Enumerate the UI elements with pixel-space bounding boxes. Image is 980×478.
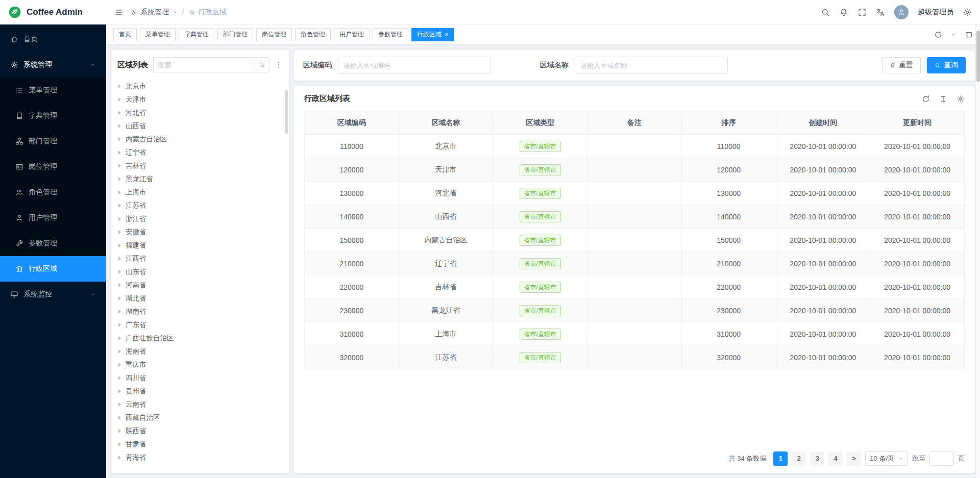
tree-item[interactable]: 黑龙江省: [111, 172, 289, 186]
table-row[interactable]: 210000辽宁省省市/直辖市2100002020-10-01 00:00:00…: [305, 252, 965, 275]
next-page-button[interactable]: >: [847, 451, 861, 466]
sidebar-item-menu[interactable]: 菜单管理: [0, 78, 106, 103]
caret-right-icon[interactable]: [118, 97, 121, 102]
current-user-name[interactable]: 超级管理员: [918, 8, 953, 17]
table-row[interactable]: 220000吉林省省市/直辖市2200002020-10-01 00:00:00…: [305, 275, 965, 299]
caret-right-icon[interactable]: [118, 257, 121, 261]
tree-item[interactable]: 辽宁省: [111, 146, 289, 159]
tree-item[interactable]: 广东省: [111, 318, 289, 332]
region-code-input[interactable]: [338, 57, 491, 74]
tab-user[interactable]: 用户管理: [334, 28, 370, 41]
refresh-icon[interactable]: [934, 31, 942, 39]
sidebar-item-region[interactable]: 行政区域: [0, 256, 106, 282]
caret-right-icon[interactable]: [118, 323, 121, 327]
table-row[interactable]: 230000黑龙江省省市/直辖市2300002020-10-01 00:00:0…: [305, 299, 965, 322]
table-row[interactable]: 130000河北省省市/直辖市1300002020-10-01 00:00:00…: [305, 182, 965, 205]
page-button[interactable]: 3: [810, 451, 824, 466]
tree-item[interactable]: 青海省: [111, 451, 289, 464]
tree-item[interactable]: 湖北省: [111, 292, 289, 305]
sidebar-group-monitor[interactable]: 系统监控: [0, 282, 106, 307]
language-icon[interactable]: [876, 8, 885, 17]
sidebar-item-post[interactable]: 岗位管理: [0, 154, 106, 180]
tab-close-icon[interactable]: ×: [445, 31, 449, 38]
caret-right-icon[interactable]: [118, 204, 121, 208]
caret-right-icon[interactable]: [118, 177, 121, 181]
caret-right-icon[interactable]: [118, 376, 121, 380]
caret-right-icon[interactable]: [118, 84, 121, 88]
tree-item[interactable]: 四川省: [111, 371, 289, 385]
caret-right-icon[interactable]: [118, 336, 121, 340]
region-name-input[interactable]: [575, 57, 728, 74]
caret-right-icon[interactable]: [118, 363, 121, 367]
tree-item[interactable]: 山东省: [111, 265, 289, 279]
caret-right-icon[interactable]: [118, 296, 121, 300]
tree-item[interactable]: 贵州省: [111, 385, 289, 398]
caret-right-icon[interactable]: [118, 164, 121, 168]
tab-menu[interactable]: 菜单管理: [140, 28, 176, 41]
tree-search-button[interactable]: [254, 58, 269, 72]
sidebar-collapse-icon[interactable]: [114, 8, 124, 17]
caret-right-icon[interactable]: [118, 416, 121, 420]
tree-item[interactable]: 上海市: [111, 186, 289, 199]
page-size-select[interactable]: 10 条/页: [865, 451, 908, 466]
tree-item[interactable]: 内蒙古自治区: [111, 133, 289, 146]
table-row[interactable]: 150000内蒙古自治区省市/直辖市1500002020-10-01 00:00…: [305, 229, 965, 252]
tree-item[interactable]: 江苏省: [111, 199, 289, 212]
tab-post[interactable]: 岗位管理: [256, 28, 292, 41]
table-row[interactable]: 110000北京市省市/直辖市1100002020-10-01 00:00:00…: [305, 135, 965, 158]
caret-right-icon[interactable]: [118, 111, 121, 115]
jump-page-input[interactable]: [929, 451, 954, 466]
sidebar-item-dept[interactable]: 部门管理: [0, 129, 106, 154]
query-button[interactable]: 查询: [927, 57, 966, 73]
layout-icon[interactable]: [965, 31, 973, 39]
tree-item[interactable]: 北京市: [111, 80, 289, 93]
chevron-down-icon[interactable]: [950, 32, 957, 38]
tree-item[interactable]: 甘肃省: [111, 438, 289, 451]
page-button[interactable]: 2: [792, 451, 806, 466]
caret-right-icon[interactable]: [118, 150, 121, 155]
tree-item[interactable]: 安徽省: [111, 225, 289, 239]
tree-item[interactable]: 重庆市: [111, 358, 289, 371]
tree-item[interactable]: 湖南省: [111, 305, 289, 318]
caret-down-icon[interactable]: [173, 10, 178, 15]
caret-right-icon[interactable]: [118, 349, 121, 354]
sidebar-item-user[interactable]: 用户管理: [0, 205, 106, 231]
tree-item[interactable]: 天津市: [111, 93, 289, 106]
density-icon[interactable]: [939, 95, 947, 103]
tree-item[interactable]: 西藏自治区: [111, 411, 289, 424]
refresh-icon[interactable]: [922, 95, 930, 103]
tab-dict[interactable]: 字典管理: [179, 28, 214, 41]
tab-region[interactable]: 行政区域×: [411, 28, 454, 41]
table-row[interactable]: 310000上海市省市/直辖市3100002020-10-01 00:00:00…: [305, 322, 965, 346]
caret-right-icon[interactable]: [118, 270, 121, 274]
settings-gear-icon[interactable]: [963, 8, 972, 17]
page-button[interactable]: 4: [828, 451, 843, 466]
sidebar-group-system[interactable]: 系统管理: [0, 52, 106, 78]
window-scrollbar-thumb[interactable]: [976, 31, 980, 82]
tree-item[interactable]: 云南省: [111, 398, 289, 411]
sidebar-item-role[interactable]: 角色管理: [0, 180, 106, 205]
reset-button[interactable]: 重置: [882, 57, 921, 73]
table-row[interactable]: 140000山西省省市/直辖市1400002020-10-01 00:00:00…: [305, 205, 965, 229]
search-icon[interactable]: [821, 8, 830, 17]
caret-right-icon[interactable]: [118, 230, 121, 234]
caret-right-icon[interactable]: [118, 137, 121, 141]
caret-right-icon[interactable]: [118, 442, 121, 446]
avatar[interactable]: [894, 5, 909, 19]
fullscreen-icon[interactable]: [857, 8, 867, 17]
tree-item[interactable]: 广西壮族自治区: [111, 332, 289, 345]
table-row[interactable]: 120000天津市省市/直辖市1200002020-10-01 00:00:00…: [305, 158, 965, 182]
sidebar-item-param[interactable]: 参数管理: [0, 231, 106, 256]
window-scrollbar[interactable]: [975, 24, 980, 478]
tab-home[interactable]: 首页: [113, 28, 137, 41]
tree-item[interactable]: 海南省: [111, 345, 289, 358]
caret-right-icon[interactable]: [118, 283, 121, 287]
caret-right-icon[interactable]: [118, 217, 121, 221]
sidebar-item-home[interactable]: 首页: [0, 27, 106, 52]
tree-more-button[interactable]: [275, 61, 283, 69]
caret-right-icon[interactable]: [118, 389, 121, 393]
table-row[interactable]: 320000江苏省省市/直辖市3200002020-10-01 00:00:00…: [305, 346, 965, 369]
sidebar-item-dict[interactable]: 字典管理: [0, 103, 106, 129]
column-settings-gear-icon[interactable]: [957, 95, 965, 103]
tree-item[interactable]: 浙江省: [111, 212, 289, 225]
